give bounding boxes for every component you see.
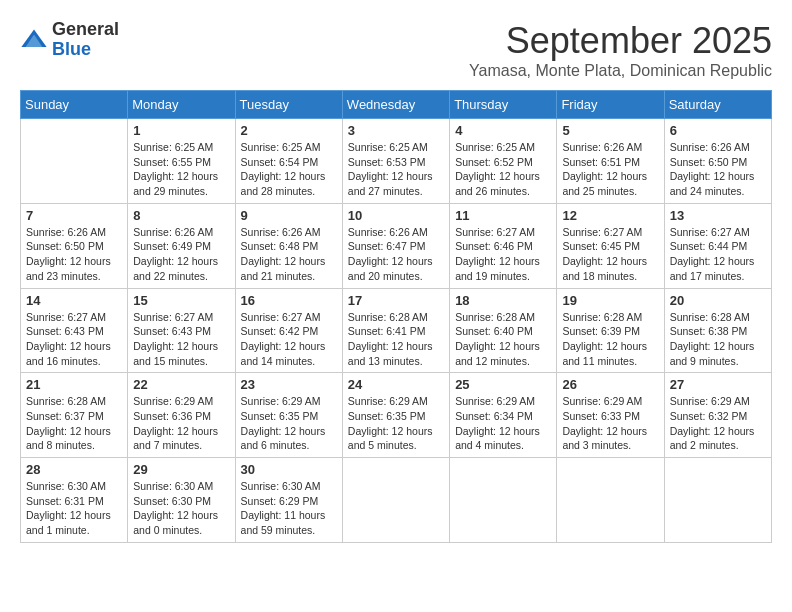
calendar-cell: 20Sunrise: 6:28 AMSunset: 6:38 PMDayligh… [664, 288, 771, 373]
day-number: 6 [670, 123, 766, 138]
calendar-cell: 10Sunrise: 6:26 AMSunset: 6:47 PMDayligh… [342, 203, 449, 288]
day-number: 9 [241, 208, 337, 223]
week-row-3: 14Sunrise: 6:27 AMSunset: 6:43 PMDayligh… [21, 288, 772, 373]
calendar-cell: 6Sunrise: 6:26 AMSunset: 6:50 PMDaylight… [664, 119, 771, 204]
calendar-cell: 7Sunrise: 6:26 AMSunset: 6:50 PMDaylight… [21, 203, 128, 288]
day-number: 17 [348, 293, 444, 308]
day-info: Sunrise: 6:26 AMSunset: 6:48 PMDaylight:… [241, 225, 337, 284]
page-header: General Blue September 2025 Yamasa, Mont… [20, 20, 772, 80]
day-number: 12 [562, 208, 658, 223]
day-info: Sunrise: 6:30 AMSunset: 6:31 PMDaylight:… [26, 479, 122, 538]
weekday-header-wednesday: Wednesday [342, 91, 449, 119]
day-info: Sunrise: 6:29 AMSunset: 6:36 PMDaylight:… [133, 394, 229, 453]
logo-icon [20, 26, 48, 54]
title-block: September 2025 Yamasa, Monte Plata, Domi… [469, 20, 772, 80]
calendar-cell: 19Sunrise: 6:28 AMSunset: 6:39 PMDayligh… [557, 288, 664, 373]
day-number: 23 [241, 377, 337, 392]
day-info: Sunrise: 6:26 AMSunset: 6:49 PMDaylight:… [133, 225, 229, 284]
calendar-cell [21, 119, 128, 204]
calendar-cell [557, 458, 664, 543]
day-number: 13 [670, 208, 766, 223]
day-info: Sunrise: 6:30 AMSunset: 6:30 PMDaylight:… [133, 479, 229, 538]
day-info: Sunrise: 6:27 AMSunset: 6:44 PMDaylight:… [670, 225, 766, 284]
calendar-cell: 28Sunrise: 6:30 AMSunset: 6:31 PMDayligh… [21, 458, 128, 543]
calendar-cell: 11Sunrise: 6:27 AMSunset: 6:46 PMDayligh… [450, 203, 557, 288]
calendar-cell: 22Sunrise: 6:29 AMSunset: 6:36 PMDayligh… [128, 373, 235, 458]
day-info: Sunrise: 6:26 AMSunset: 6:51 PMDaylight:… [562, 140, 658, 199]
day-info: Sunrise: 6:30 AMSunset: 6:29 PMDaylight:… [241, 479, 337, 538]
day-info: Sunrise: 6:28 AMSunset: 6:39 PMDaylight:… [562, 310, 658, 369]
day-number: 25 [455, 377, 551, 392]
calendar-cell [450, 458, 557, 543]
day-number: 3 [348, 123, 444, 138]
day-info: Sunrise: 6:29 AMSunset: 6:33 PMDaylight:… [562, 394, 658, 453]
day-info: Sunrise: 6:29 AMSunset: 6:35 PMDaylight:… [241, 394, 337, 453]
calendar-cell: 25Sunrise: 6:29 AMSunset: 6:34 PMDayligh… [450, 373, 557, 458]
calendar-cell: 14Sunrise: 6:27 AMSunset: 6:43 PMDayligh… [21, 288, 128, 373]
day-info: Sunrise: 6:27 AMSunset: 6:45 PMDaylight:… [562, 225, 658, 284]
weekday-header-saturday: Saturday [664, 91, 771, 119]
calendar-cell: 16Sunrise: 6:27 AMSunset: 6:42 PMDayligh… [235, 288, 342, 373]
calendar-cell: 15Sunrise: 6:27 AMSunset: 6:43 PMDayligh… [128, 288, 235, 373]
day-number: 10 [348, 208, 444, 223]
calendar-cell: 18Sunrise: 6:28 AMSunset: 6:40 PMDayligh… [450, 288, 557, 373]
logo-general: General [52, 20, 119, 40]
day-number: 26 [562, 377, 658, 392]
calendar-cell: 9Sunrise: 6:26 AMSunset: 6:48 PMDaylight… [235, 203, 342, 288]
calendar-cell: 24Sunrise: 6:29 AMSunset: 6:35 PMDayligh… [342, 373, 449, 458]
day-number: 18 [455, 293, 551, 308]
day-number: 1 [133, 123, 229, 138]
day-info: Sunrise: 6:26 AMSunset: 6:50 PMDaylight:… [670, 140, 766, 199]
day-info: Sunrise: 6:28 AMSunset: 6:40 PMDaylight:… [455, 310, 551, 369]
calendar-cell [664, 458, 771, 543]
calendar-cell: 4Sunrise: 6:25 AMSunset: 6:52 PMDaylight… [450, 119, 557, 204]
calendar-cell: 17Sunrise: 6:28 AMSunset: 6:41 PMDayligh… [342, 288, 449, 373]
day-info: Sunrise: 6:29 AMSunset: 6:32 PMDaylight:… [670, 394, 766, 453]
day-info: Sunrise: 6:29 AMSunset: 6:35 PMDaylight:… [348, 394, 444, 453]
day-number: 16 [241, 293, 337, 308]
day-info: Sunrise: 6:27 AMSunset: 6:43 PMDaylight:… [133, 310, 229, 369]
calendar-cell: 2Sunrise: 6:25 AMSunset: 6:54 PMDaylight… [235, 119, 342, 204]
weekday-header-thursday: Thursday [450, 91, 557, 119]
day-number: 20 [670, 293, 766, 308]
calendar-cell: 12Sunrise: 6:27 AMSunset: 6:45 PMDayligh… [557, 203, 664, 288]
day-info: Sunrise: 6:26 AMSunset: 6:50 PMDaylight:… [26, 225, 122, 284]
day-number: 22 [133, 377, 229, 392]
day-number: 28 [26, 462, 122, 477]
day-number: 19 [562, 293, 658, 308]
logo-text: General Blue [52, 20, 119, 60]
calendar-cell: 5Sunrise: 6:26 AMSunset: 6:51 PMDaylight… [557, 119, 664, 204]
week-row-2: 7Sunrise: 6:26 AMSunset: 6:50 PMDaylight… [21, 203, 772, 288]
week-row-1: 1Sunrise: 6:25 AMSunset: 6:55 PMDaylight… [21, 119, 772, 204]
day-info: Sunrise: 6:26 AMSunset: 6:47 PMDaylight:… [348, 225, 444, 284]
day-info: Sunrise: 6:25 AMSunset: 6:52 PMDaylight:… [455, 140, 551, 199]
day-number: 21 [26, 377, 122, 392]
day-number: 8 [133, 208, 229, 223]
calendar-cell: 26Sunrise: 6:29 AMSunset: 6:33 PMDayligh… [557, 373, 664, 458]
day-number: 2 [241, 123, 337, 138]
day-info: Sunrise: 6:28 AMSunset: 6:38 PMDaylight:… [670, 310, 766, 369]
day-info: Sunrise: 6:25 AMSunset: 6:55 PMDaylight:… [133, 140, 229, 199]
calendar-cell: 21Sunrise: 6:28 AMSunset: 6:37 PMDayligh… [21, 373, 128, 458]
calendar-cell: 29Sunrise: 6:30 AMSunset: 6:30 PMDayligh… [128, 458, 235, 543]
weekday-header-friday: Friday [557, 91, 664, 119]
subtitle: Yamasa, Monte Plata, Dominican Republic [469, 62, 772, 80]
day-number: 4 [455, 123, 551, 138]
day-number: 14 [26, 293, 122, 308]
week-row-4: 21Sunrise: 6:28 AMSunset: 6:37 PMDayligh… [21, 373, 772, 458]
day-number: 5 [562, 123, 658, 138]
day-info: Sunrise: 6:25 AMSunset: 6:53 PMDaylight:… [348, 140, 444, 199]
day-info: Sunrise: 6:28 AMSunset: 6:41 PMDaylight:… [348, 310, 444, 369]
calendar-cell: 13Sunrise: 6:27 AMSunset: 6:44 PMDayligh… [664, 203, 771, 288]
day-info: Sunrise: 6:27 AMSunset: 6:42 PMDaylight:… [241, 310, 337, 369]
logo: General Blue [20, 20, 119, 60]
day-number: 15 [133, 293, 229, 308]
calendar-cell: 23Sunrise: 6:29 AMSunset: 6:35 PMDayligh… [235, 373, 342, 458]
month-title: September 2025 [469, 20, 772, 62]
day-info: Sunrise: 6:28 AMSunset: 6:37 PMDaylight:… [26, 394, 122, 453]
day-info: Sunrise: 6:27 AMSunset: 6:43 PMDaylight:… [26, 310, 122, 369]
day-number: 7 [26, 208, 122, 223]
calendar: SundayMondayTuesdayWednesdayThursdayFrid… [20, 90, 772, 543]
weekday-header-tuesday: Tuesday [235, 91, 342, 119]
calendar-cell: 27Sunrise: 6:29 AMSunset: 6:32 PMDayligh… [664, 373, 771, 458]
